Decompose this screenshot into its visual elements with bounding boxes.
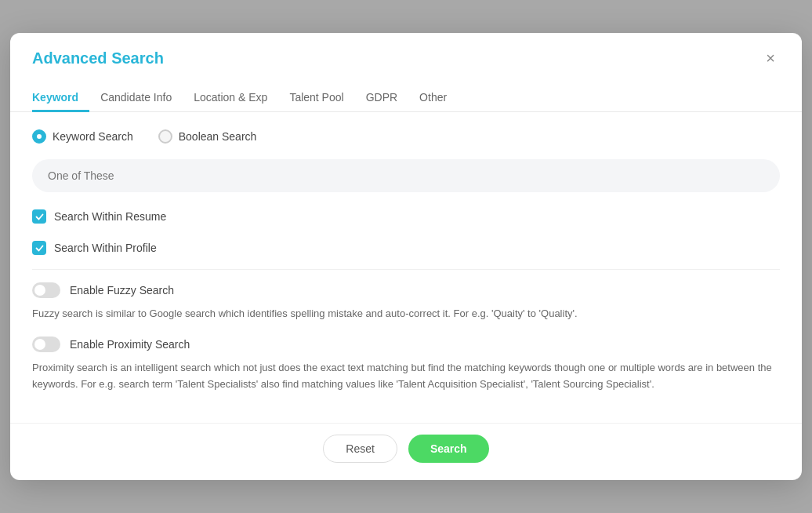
search-type-radio-group: Keyword Search Boolean Search [32,129,780,144]
close-button[interactable]: × [761,49,780,67]
tab-location-exp[interactable]: Location & Exp [183,85,278,112]
modal-footer: Reset Search [10,423,802,480]
keyword-radio-button[interactable] [32,129,46,144]
search-within-resume-checkbox[interactable] [32,209,46,224]
divider-1 [32,269,780,270]
boolean-radio-button[interactable] [158,129,172,144]
tab-keyword[interactable]: Keyword [32,85,89,112]
boolean-search-label: Boolean Search [179,130,257,143]
search-button[interactable]: Search [408,435,489,463]
fuzzy-search-description: Fuzzy search is similar to Google search… [32,306,780,322]
modal-header: Advanced Search × [10,33,802,67]
one-of-these-input[interactable] [48,169,764,182]
fuzzy-search-toggle-row: Enable Fuzzy Search [32,282,780,298]
search-within-resume-label: Search Within Resume [54,210,166,223]
tab-other[interactable]: Other [408,85,458,112]
modal-overlay: Advanced Search × Keyword Candidate Info… [0,0,812,513]
fuzzy-search-toggle[interactable] [32,282,60,298]
reset-button[interactable]: Reset [323,435,397,463]
proximity-search-toggle-label: Enable Proximity Search [70,338,190,351]
proximity-search-toggle[interactable] [32,337,60,352]
keyword-search-label: Keyword Search [53,130,133,143]
modal-title: Advanced Search [32,49,164,67]
keyword-search-option[interactable]: Keyword Search [32,129,133,144]
checkmark-icon [35,213,44,221]
fuzzy-search-toggle-label: Enable Fuzzy Search [70,284,174,297]
one-of-these-container [32,159,780,192]
advanced-search-modal: Advanced Search × Keyword Candidate Info… [10,33,802,479]
proximity-search-toggle-row: Enable Proximity Search [32,337,780,352]
tab-gdpr[interactable]: GDPR [355,85,408,112]
search-within-profile-checkbox[interactable] [32,241,46,255]
checkmark-icon [35,244,44,253]
boolean-search-option[interactable]: Boolean Search [158,129,257,144]
search-within-resume-row: Search Within Resume [32,206,780,227]
tab-bar: Keyword Candidate Info Location & Exp Ta… [10,74,802,112]
tab-candidate-info[interactable]: Candidate Info [89,85,183,112]
search-within-profile-label: Search Within Profile [54,242,157,254]
proximity-search-description: Proximity search is an intelligent searc… [32,360,780,393]
search-within-profile-row: Search Within Profile [32,238,780,258]
tab-talent-pool[interactable]: Talent Pool [278,85,354,112]
modal-body: Keyword Search Boolean Search Search Wit… [10,112,802,422]
